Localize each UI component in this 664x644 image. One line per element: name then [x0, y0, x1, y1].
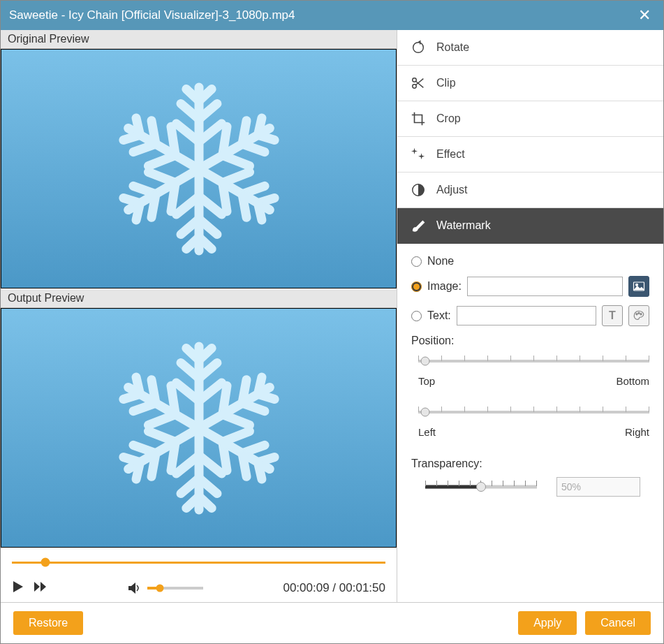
volume-slider[interactable]	[147, 587, 203, 590]
tab-label: Crop	[436, 112, 461, 125]
position-title: Position:	[411, 335, 649, 347]
sparkle-icon	[410, 147, 427, 162]
svg-point-22	[638, 312, 640, 314]
cancel-button[interactable]: Cancel	[585, 611, 651, 635]
time-display: 00:00:09 / 00:01:50	[283, 581, 385, 595]
window-title: Saweetie - Icy Chain [Official Visualize…	[9, 8, 295, 22]
position-horizontal-slider[interactable]	[418, 405, 649, 419]
svg-marker-7	[13, 581, 23, 592]
right-column: Rotate Clip Crop	[397, 30, 663, 602]
watermark-image-radio[interactable]	[411, 281, 422, 292]
svg-point-21	[636, 314, 637, 315]
original-preview[interactable]	[1, 49, 397, 288]
tab-label: Rotate	[436, 41, 469, 54]
transparency-slider[interactable]	[425, 480, 537, 494]
browse-image-button[interactable]	[628, 276, 649, 297]
svg-point-23	[640, 314, 642, 315]
output-preview[interactable]	[1, 308, 397, 548]
volume-icon[interactable]	[128, 582, 142, 594]
tab-label: Clip	[436, 77, 456, 89]
original-preview-label: Original Preview	[1, 30, 397, 49]
left-column: Original Preview	[1, 30, 397, 602]
watermark-panel: None Image: Text: T	[397, 244, 663, 508]
brush-icon	[410, 218, 427, 233]
rotate-icon	[410, 40, 427, 55]
tab-crop[interactable]: Crop	[397, 101, 663, 137]
playback-controls: 00:00:09 / 00:01:50	[1, 548, 397, 602]
watermark-image-label: Image:	[427, 280, 462, 293]
watermark-image-input[interactable]	[467, 277, 623, 296]
svg-marker-17	[418, 153, 425, 159]
svg-marker-9	[40, 582, 46, 592]
editor-window: Saweetie - Icy Chain [Official Visualize…	[0, 0, 664, 644]
restore-button[interactable]: Restore	[13, 611, 83, 635]
timeline-slider[interactable]	[12, 552, 385, 572]
snowflake-icon	[108, 78, 290, 260]
main-area: Original Preview	[1, 30, 663, 602]
titlebar: Saweetie - Icy Chain [Official Visualize…	[1, 1, 663, 30]
tab-adjust[interactable]: Adjust	[397, 173, 663, 208]
pos-left-label: Left	[418, 426, 436, 438]
text-style-button[interactable]: T	[602, 305, 623, 326]
pos-top-label: Top	[418, 375, 435, 387]
watermark-text-radio[interactable]	[411, 311, 422, 321]
tab-clip[interactable]: Clip	[397, 66, 663, 101]
tab-watermark[interactable]: Watermark	[397, 208, 663, 244]
watermark-text-label: Text:	[427, 309, 451, 322]
tab-label: Adjust	[436, 184, 467, 196]
play-icon[interactable]	[12, 580, 24, 595]
pos-right-label: Right	[625, 426, 649, 438]
watermark-none-label: None	[427, 255, 454, 268]
duration: 00:01:50	[339, 581, 385, 594]
watermark-none-radio[interactable]	[411, 256, 422, 267]
svg-marker-8	[34, 582, 40, 592]
watermark-text-input[interactable]	[457, 306, 596, 325]
tool-tabs: Rotate Clip Crop	[397, 30, 663, 244]
tab-label: Effect	[436, 148, 465, 161]
close-icon[interactable]: ✕	[634, 6, 655, 24]
current-time: 00:00:09	[283, 581, 329, 594]
snowflake-icon	[108, 337, 290, 519]
svg-marker-10	[128, 583, 135, 594]
scissors-icon	[410, 75, 427, 91]
svg-point-11	[413, 43, 424, 53]
svg-marker-16	[411, 148, 418, 154]
tab-rotate[interactable]: Rotate	[397, 30, 663, 66]
footer: Restore Apply Cancel	[1, 602, 663, 643]
pos-bottom-label: Bottom	[616, 375, 649, 387]
tab-label: Watermark	[436, 219, 491, 232]
transparency-title: Transparency:	[411, 458, 649, 470]
apply-button[interactable]: Apply	[518, 611, 577, 635]
output-preview-label: Output Preview	[1, 289, 397, 308]
color-palette-button[interactable]	[628, 305, 649, 326]
crop-icon	[410, 111, 427, 126]
adjust-icon	[410, 182, 427, 198]
svg-point-20	[636, 284, 638, 286]
fast-forward-icon[interactable]	[34, 581, 48, 594]
position-vertical-slider[interactable]	[418, 354, 649, 368]
transparency-input[interactable]	[556, 477, 640, 497]
tab-effect[interactable]: Effect	[397, 137, 663, 173]
